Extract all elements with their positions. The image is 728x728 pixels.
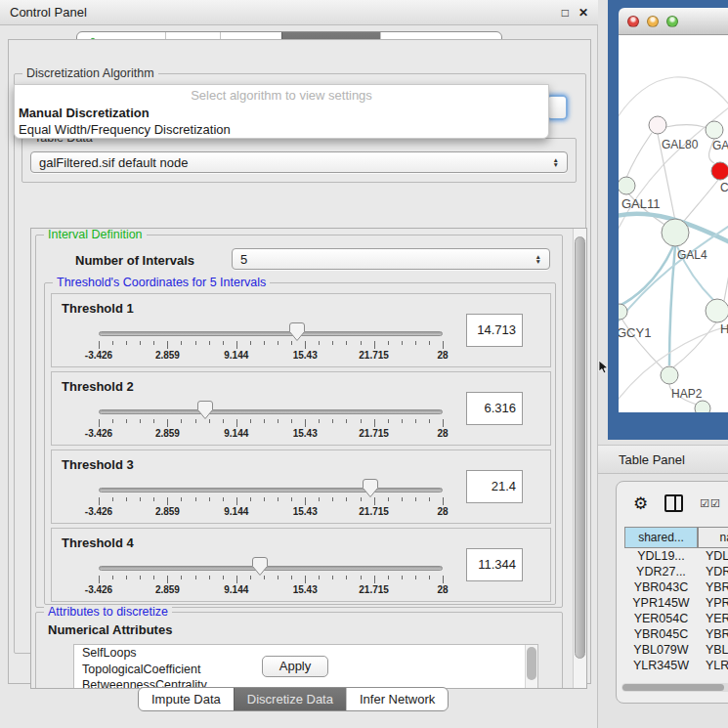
- table-cell-name: YPR1: [698, 595, 728, 611]
- table-row[interactable]: YER054CYER0: [624, 611, 728, 626]
- network-node[interactable]: [695, 401, 710, 412]
- close-panel-icon[interactable]: ✕: [578, 6, 588, 20]
- threshold-label: Threshold 4: [62, 535, 134, 550]
- gear-icon[interactable]: ⚙: [633, 493, 648, 514]
- table-column-header[interactable]: name: [698, 527, 728, 548]
- node-table[interactable]: shared...name YDL19...YDL1YDR27...YDR2YB…: [624, 527, 728, 669]
- mouse-cursor: [598, 360, 609, 375]
- tab-label: Impute Data: [151, 692, 221, 707]
- network-node[interactable]: [706, 299, 728, 322]
- table-row[interactable]: YBR045CYBR0: [624, 626, 728, 642]
- threshold-rows: Threshold 1-3.4262.8599.14415.4321.71528…: [51, 293, 551, 606]
- threshold-slider-thumb[interactable]: [197, 401, 213, 419]
- threshold-slider-track[interactable]: [99, 331, 443, 336]
- settings-scrollbar-thumb[interactable]: [575, 236, 585, 659]
- apply-button[interactable]: Apply: [262, 656, 328, 677]
- attributes-scrollbar-thumb[interactable]: [527, 647, 536, 680]
- attributes-scrollbar[interactable]: [525, 645, 537, 689]
- network-node[interactable]: [711, 162, 728, 180]
- threshold-value-field[interactable]: 21.4: [466, 470, 523, 503]
- network-node[interactable]: [619, 304, 627, 320]
- threshold-row: Threshold 2-3.4262.8599.14415.4321.71528…: [51, 371, 551, 446]
- threshold-slider-thumb[interactable]: [363, 479, 378, 497]
- table-cell-shared-name: YDL19...: [624, 548, 698, 564]
- threshold-slider-track[interactable]: [99, 409, 443, 414]
- float-window-icon[interactable]: □: [562, 6, 569, 20]
- network-node[interactable]: [661, 366, 678, 384]
- table-row[interactable]: YDL19...YDL1: [624, 548, 728, 564]
- threshold-value-field[interactable]: 11.344: [466, 548, 523, 581]
- table-data-combo-value: galFiltered.sif default node: [39, 155, 188, 170]
- threshold-row: Threshold 1-3.4262.8599.14415.4321.71528…: [51, 293, 551, 367]
- network-edge[interactable]: [619, 77, 728, 125]
- table-cell-name: YBR0: [698, 579, 728, 595]
- checkboxes-icon[interactable]: ☑☑: [700, 497, 721, 510]
- bottom-tab-bar: Impute DataDiscretize DataInfer Network: [138, 687, 449, 711]
- threshold-slider-thumb[interactable]: [289, 322, 305, 341]
- network-node[interactable]: [662, 219, 689, 246]
- number-of-intervals-combo[interactable]: 5 ▲▼: [232, 248, 550, 270]
- attributes-group-label: Attributes to discretize: [44, 605, 172, 619]
- tab-discretize-data[interactable]: Discretize Data: [234, 688, 346, 710]
- network-edge[interactable]: [619, 246, 673, 309]
- network-edge[interactable]: [665, 125, 707, 128]
- network-edge[interactable]: [626, 133, 652, 178]
- network-canvas[interactable]: GAL80GACGAL11GAL4GCY1HHAP2: [619, 35, 728, 412]
- network-node[interactable]: [649, 116, 666, 134]
- table-column-header[interactable]: shared...: [624, 527, 698, 548]
- stepper-arrows-icon: ▲▼: [530, 254, 541, 264]
- threshold-slider-thumb[interactable]: [252, 557, 268, 576]
- algorithm-option[interactable]: Manual Discretization: [15, 105, 548, 121]
- threshold-ticks: [99, 576, 443, 583]
- algorithm-placeholder-option[interactable]: Select algorithm to view settings: [15, 85, 548, 105]
- network-node-label: GAL4: [677, 248, 707, 262]
- threshold-row: Threshold 4-3.4262.8599.14415.4321.71528…: [51, 528, 551, 602]
- table-row[interactable]: YBL079WYBL0: [624, 642, 728, 658]
- threshold-value-field[interactable]: 14.713: [466, 314, 523, 347]
- table-panel-box: ⚙ ☑☑ shared...name YDL19...YDL1YDR27...Y…: [616, 481, 728, 704]
- table-hscrollbar-thumb[interactable]: [622, 684, 724, 691]
- table-data-combo[interactable]: galFiltered.sif default node ▲▼: [30, 151, 568, 173]
- table-cell-shared-name: YBR043C: [624, 579, 698, 595]
- threshold-value-field[interactable]: 6.316: [466, 392, 523, 425]
- discretization-algorithm-group-label: Discretization Algorithm: [22, 66, 158, 80]
- network-view-window[interactable]: GAL80GACGAL11GAL4GCY1HHAP2: [619, 8, 728, 412]
- algorithm-dropdown-popup: Select algorithm to view settings Manual…: [14, 84, 549, 139]
- table-cell-name: YLR3: [698, 658, 728, 669]
- threshold-slider-track[interactable]: [99, 566, 443, 571]
- tab-infer-network[interactable]: Infer Network: [346, 688, 448, 710]
- threshold-label: Threshold 3: [62, 457, 134, 472]
- table-horizontal-scrollbar[interactable]: [621, 683, 728, 692]
- network-node[interactable]: [619, 177, 635, 194]
- network-node-label: GCY1: [619, 325, 651, 340]
- table-row[interactable]: YLR345WYLR3: [624, 658, 728, 669]
- tab-impute-data[interactable]: Impute Data: [139, 688, 234, 710]
- network-edge[interactable]: [673, 322, 716, 367]
- network-window-titlebar[interactable]: [619, 8, 728, 35]
- table-cell-name: YBR0: [698, 626, 728, 642]
- table-row[interactable]: YDR27...YDR2: [624, 564, 728, 579]
- table-cell-name: YBL0: [698, 642, 728, 658]
- split-columns-icon[interactable]: [664, 494, 683, 512]
- threshold-ticks: [99, 497, 443, 505]
- zoom-traffic-light[interactable]: [666, 16, 678, 27]
- minimize-traffic-light[interactable]: [647, 16, 659, 27]
- table-cell-name: YER0: [698, 611, 728, 626]
- table-cell-shared-name: YBR045C: [624, 626, 698, 642]
- settings-vertical-scrollbar[interactable]: [573, 229, 586, 688]
- table-cell-shared-name: YBL079W: [624, 642, 698, 658]
- threshold-tick-labels: -3.4262.8599.14415.4321.71528: [99, 506, 443, 518]
- threshold-slider-track[interactable]: [99, 488, 443, 492]
- algorithm-options: Manual DiscretizationEqual Width/Frequen…: [15, 105, 548, 138]
- network-node-label: C: [720, 181, 728, 194]
- table-cell-name: YDL1: [698, 548, 728, 564]
- network-edge[interactable]: [681, 180, 718, 225]
- algorithm-option[interactable]: Equal Width/Frequency Discretization: [15, 121, 548, 138]
- table-row[interactable]: YBR043CYBR0: [624, 579, 728, 595]
- table-row[interactable]: YPR145WYPR1: [624, 595, 728, 611]
- table-cell-shared-name: YLR345W: [624, 658, 698, 669]
- network-edge[interactable]: [724, 244, 728, 301]
- close-traffic-light[interactable]: [627, 16, 639, 27]
- network-node[interactable]: [706, 121, 723, 139]
- algorithm-combo-focused-fragment[interactable]: [546, 95, 568, 120]
